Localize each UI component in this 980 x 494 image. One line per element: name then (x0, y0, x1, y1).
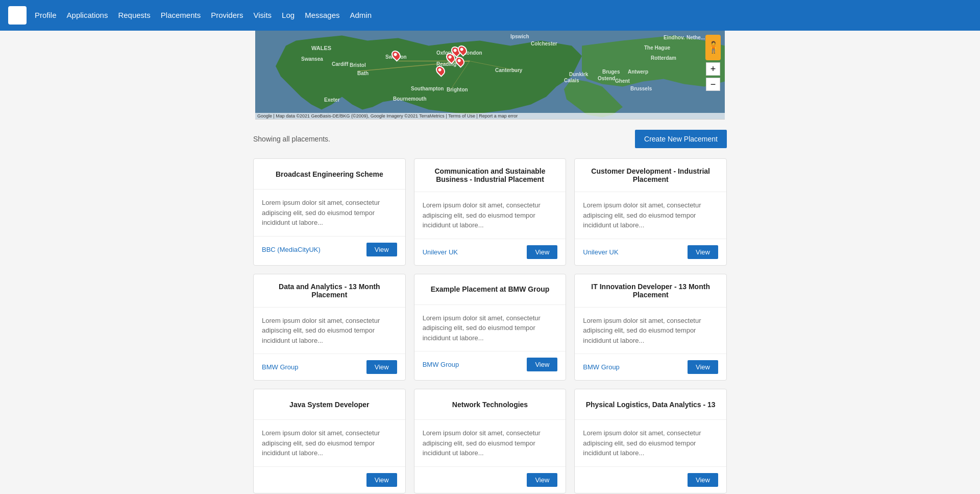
card-footer-1: BBC (MediaCityUK) View (254, 236, 405, 263)
nav-link-applications[interactable]: Applications (67, 11, 108, 19)
card-body-6: Lorem ipsum dolor sit amet, consectetur … (575, 308, 726, 354)
placement-card-3: Customer Development - Industrial Placem… (574, 158, 727, 266)
map-label-swansea: Swansea (301, 56, 323, 62)
provider-link-4[interactable]: BMW Group (262, 363, 299, 371)
card-body-4: Lorem ipsum dolor sit amet, consectetur … (254, 308, 405, 354)
map-label-bath: Bath (357, 70, 369, 76)
nav-link-providers[interactable]: Providers (211, 11, 243, 19)
placement-card-4: Data and Analytics - 13 Month Placement … (253, 274, 406, 381)
map-label-hague: The Hague (644, 45, 670, 51)
map-pegman[interactable]: 🧍 (705, 35, 721, 60)
map-label-rotterdam: Rotterdam (651, 55, 676, 61)
card-body-3: Lorem ipsum dolor sit amet, consectetur … (575, 192, 726, 239)
card-title-7: Java System Developer (254, 389, 405, 420)
map-label-ghent: Ghent (615, 78, 630, 84)
map-label-brighton: Brighton (447, 87, 468, 92)
placement-card-6: IT Innovation Developer - 13 Month Place… (574, 274, 727, 381)
nav-link-requests[interactable]: Requests (118, 11, 150, 19)
map-container: WALES Ipswich Colchester Oxford London R… (255, 31, 725, 120)
card-footer-3: Unilever UK View (575, 239, 726, 265)
card-footer-6: BMW Group View (575, 354, 726, 380)
view-button-4[interactable]: View (366, 360, 397, 374)
map-background: WALES Ipswich Colchester Oxford London R… (255, 31, 725, 119)
map-label-ipswich: Ipswich (510, 34, 529, 39)
map-attribution: Google | Map data ©2021 GeoBasis-DE/BKG … (255, 113, 725, 119)
placement-card-1: Broadcast Engineering Scheme Lorem ipsum… (253, 158, 406, 266)
provider-link-6[interactable]: BMW Group (583, 363, 620, 371)
card-body-8: Lorem ipsum dolor sit amet, consectetur … (414, 420, 566, 466)
card-footer-8: View (414, 466, 566, 493)
card-title-6: IT Innovation Developer - 13 Month Place… (575, 274, 726, 308)
view-button-9[interactable]: View (688, 473, 718, 487)
placements-grid: Broadcast Engineering Scheme Lorem ipsum… (245, 158, 735, 493)
card-footer-5: BMW Group View (414, 351, 566, 378)
map-zoom-in[interactable]: + (706, 62, 720, 76)
map-label-exeter: Exeter (324, 97, 340, 103)
nav-link-profile[interactable]: Profile (35, 11, 57, 19)
view-button-2[interactable]: View (527, 245, 557, 259)
map-label-bruges: Bruges (602, 69, 620, 75)
nav-link-placements[interactable]: Placements (161, 11, 201, 19)
map-label-dunkirk: Dunkirk (569, 72, 588, 77)
card-body-5: Lorem ipsum dolor sit amet, consectetur … (414, 305, 566, 351)
card-footer-2: Unilever UK View (414, 239, 566, 265)
create-new-placement-button[interactable]: Create New Placement (635, 130, 727, 148)
card-title-8: Network Technologies (414, 389, 566, 420)
placement-card-7: Java System Developer Lorem ipsum dolor … (253, 389, 406, 493)
provider-link-5[interactable]: BMW Group (423, 361, 459, 368)
map-label-cardiff: Cardiff (332, 61, 348, 67)
placement-card-5: Example Placement at BMW Group Lorem ips… (414, 274, 567, 381)
card-body-7: Lorem ipsum dolor sit amet, consectetur … (254, 420, 405, 466)
map-label-nethe: Nethe... (687, 35, 705, 40)
nav-link-log[interactable]: Log (282, 11, 295, 19)
placement-card-9: Physical Logistics, Data Analytics - 13 … (574, 389, 727, 493)
map-label-wales: WALES (311, 45, 331, 51)
card-title-3: Customer Development - Industrial Placem… (575, 159, 726, 192)
card-title-4: Data and Analytics - 13 Month Placement (254, 274, 405, 308)
card-title-5: Example Placement at BMW Group (414, 274, 566, 305)
map-label-colchester: Colchester (531, 41, 557, 46)
placement-card-2: Communication and Sustainable Business -… (414, 158, 567, 266)
provider-link-3[interactable]: Unilever UK (583, 248, 618, 256)
main-content: Showing all placements. Create New Place… (245, 120, 735, 494)
main-nav: ProfileApplicationsRequestsPlacementsPro… (0, 0, 980, 31)
card-title-2: Communication and Sustainable Business -… (414, 159, 566, 192)
map-label-bournemouth: Bournemouth (393, 96, 427, 102)
nav-links: ProfileApplicationsRequestsPlacementsPro… (35, 11, 382, 20)
map-label-brussels: Brussels (630, 86, 652, 91)
nav-link-messages[interactable]: Messages (305, 11, 339, 19)
showing-text: Showing all placements. (253, 135, 330, 143)
view-button-3[interactable]: View (688, 245, 718, 259)
map-controls: 🧍 + − (705, 35, 721, 91)
map-label-canterbury: Canterbury (495, 67, 522, 73)
placement-card-8: Network Technologies Lorem ipsum dolor s… (414, 389, 567, 493)
card-body-9: Lorem ipsum dolor sit amet, consectetur … (575, 420, 726, 466)
provider-link-1[interactable]: BBC (MediaCityUK) (262, 246, 321, 253)
view-button-5[interactable]: View (527, 358, 557, 371)
map-label-calais: Calais (564, 78, 579, 83)
app-logo (8, 6, 27, 25)
content-header: Showing all placements. Create New Place… (245, 130, 735, 148)
card-footer-7: View (254, 466, 405, 493)
card-footer-9: View (575, 466, 726, 493)
provider-link-2[interactable]: Unilever UK (423, 248, 458, 256)
card-body-2: Lorem ipsum dolor sit amet, consectetur … (414, 192, 566, 239)
map-label-southampton: Southampton (411, 86, 444, 91)
view-button-1[interactable]: View (366, 243, 397, 256)
nav-link-visits[interactable]: Visits (254, 11, 272, 19)
nav-link-admin[interactable]: Admin (350, 11, 372, 19)
map-zoom-out[interactable]: − (706, 78, 720, 91)
map-label-eindhoven: Eindhov. (664, 35, 684, 40)
map-attribution-text: Google | Map data ©2021 GeoBasis-DE/BKG … (257, 113, 518, 119)
view-button-7[interactable]: View (366, 473, 397, 487)
svg-rect-0 (12, 13, 22, 20)
card-body-1: Lorem ipsum dolor sit amet, consectetur … (254, 190, 405, 236)
map-label-bristol: Bristol (350, 62, 366, 68)
card-footer-4: BMW Group View (254, 354, 405, 380)
card-title-1: Broadcast Engineering Scheme (254, 159, 405, 190)
map-label-ostend: Ostend (598, 76, 615, 81)
card-title-9: Physical Logistics, Data Analytics - 13 (575, 389, 726, 420)
view-button-8[interactable]: View (527, 473, 557, 487)
view-button-6[interactable]: View (688, 360, 718, 374)
map-label-antwerp: Antwerp (628, 69, 648, 75)
